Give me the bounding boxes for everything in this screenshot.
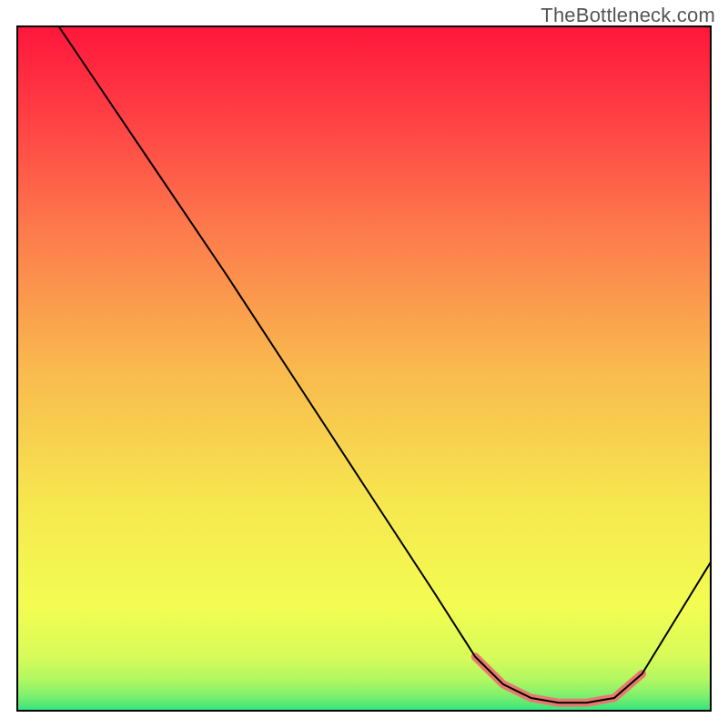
chart-container: TheBottleneck.com — [0, 0, 728, 728]
bottleneck-curve — [58, 25, 712, 703]
chart-curve-layer — [16, 25, 712, 712]
plot-area — [16, 25, 712, 712]
watermark-text: TheBottleneck.com — [541, 4, 715, 27]
